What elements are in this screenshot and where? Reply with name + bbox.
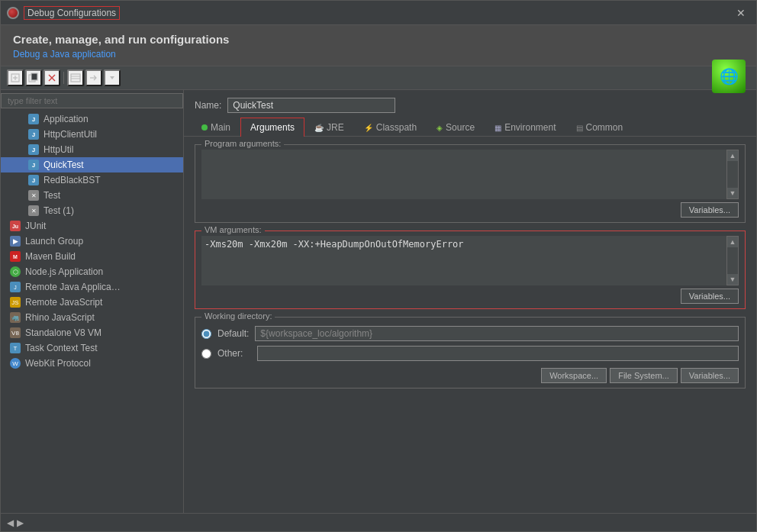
sidebar-item-rhino[interactable]: 🦏 Rhino JavaScript [1, 310, 183, 325]
sidebar-item-webkit[interactable]: W WebKit Protocol [1, 356, 183, 371]
title-bar-left: Debug Configurations [7, 6, 120, 20]
sidebar-item-httputil[interactable]: J HttpUtil [1, 142, 183, 157]
sidebar-item-maven-build[interactable]: M Maven Build [1, 249, 183, 264]
name-row: Name: [184, 90, 756, 118]
vm-scroll-track [727, 247, 738, 274]
remote-java-icon: J [10, 282, 21, 292]
sidebar-item-remote-java[interactable]: J Remote Java Applica… [1, 279, 183, 295]
bottom-bar: ◀ ▶ [1, 513, 756, 531]
java-icon: J [28, 129, 39, 140]
tab-arguments[interactable]: Arguments [240, 118, 304, 137]
sidebar-item-remote-js[interactable]: JS Remote JavaScript [1, 295, 183, 310]
vm-scroll-up-btn[interactable]: ▲ [727, 237, 738, 247]
tab-classpath-label: Classpath [376, 122, 417, 133]
program-args-section: Program arguments: ▲ ▼ Variables... [195, 144, 746, 223]
sidebar-item-junit[interactable]: Ju JUnit [1, 218, 183, 234]
logo-image: 🌐 [712, 60, 746, 93]
rhino-icon: 🦏 [10, 312, 21, 323]
java-icon: J [28, 175, 39, 185]
workspace-btn[interactable]: Workspace... [541, 368, 607, 383]
sidebar-item-task-context[interactable]: T Task Context Test [1, 340, 183, 356]
sidebar-item-label: HttpUtil [43, 144, 73, 155]
default-radio[interactable] [201, 329, 211, 339]
vm-args-scrollbar: ▲ ▼ [726, 236, 739, 285]
program-args-label: Program arguments: [201, 139, 284, 148]
tab-common[interactable]: ▤ Common [566, 118, 633, 137]
filter-button[interactable] [67, 69, 84, 86]
junit-icon: Ju [10, 221, 21, 231]
tab-jre[interactable]: ☕ JRE [304, 118, 354, 137]
sidebar-item-httpclientutil[interactable]: J HttpClientUtil [1, 127, 183, 142]
toolbar [1, 66, 756, 90]
common-icon: ▤ [576, 124, 583, 132]
dir-variables-btn[interactable]: Variables... [681, 368, 739, 383]
title-bar: Debug Configurations ✕ [1, 1, 756, 25]
java-icon: J [28, 144, 39, 155]
vm-args-textarea[interactable]: -Xms20m -Xmx20m -XX:+HeapDumpOnOutOfMemo… [201, 236, 726, 285]
scroll-track [727, 161, 738, 188]
sidebar-item-standalone[interactable]: V8 Standalone V8 VM [1, 325, 183, 340]
copy-config-button[interactable] [25, 69, 42, 86]
sidebar: J Application J HttpClientUtil J HttpUti… [1, 90, 184, 513]
toolbar-divider [63, 72, 64, 84]
scroll-left-btn[interactable]: ◀ [7, 517, 14, 528]
other-radio-label[interactable]: Other: [217, 348, 243, 359]
header-link[interactable]: Debug a Java application [13, 49, 744, 60]
working-dir-label: Working directory: [201, 311, 275, 321]
sidebar-item-label: Standalone V8 VM [25, 327, 101, 338]
classpath-icon: ⚡ [364, 124, 373, 132]
sidebar-item-redblackbst[interactable]: J RedBlackBST [1, 172, 183, 188]
dir-buttons: Workspace... File System... Variables... [201, 368, 739, 383]
svg-rect-4 [31, 73, 37, 80]
name-label: Name: [195, 100, 221, 111]
sidebar-item-label: Task Context Test [25, 343, 98, 353]
scroll-right-btn[interactable]: ▶ [17, 517, 24, 528]
sidebar-item-quicktest[interactable]: J QuickTest [1, 157, 183, 172]
other-radio[interactable] [201, 349, 211, 359]
name-input[interactable] [227, 98, 395, 113]
tab-classpath[interactable]: ⚡ Classpath [354, 118, 427, 137]
tab-environment[interactable]: ▦ Environment [485, 118, 565, 137]
sidebar-item-test1[interactable]: ✕ Test (1) [1, 203, 183, 218]
filesystem-btn[interactable]: File System... [610, 368, 678, 383]
vm-args-section: VM arguments: -Xms20m -Xmx20m -XX:+HeapD… [195, 231, 746, 309]
vm-args-content: -Xms20m -Xmx20m -XX:+HeapDumpOnOutOfMemo… [201, 236, 739, 285]
jre-icon: ☕ [314, 124, 324, 132]
other-dir-input[interactable] [257, 346, 739, 361]
default-radio-label[interactable]: Default: [217, 328, 249, 339]
dropdown-button[interactable] [104, 69, 121, 86]
sidebar-item-label: JUnit [25, 221, 46, 231]
debug-configurations-window: Debug Configurations ✕ Create, manage, a… [0, 0, 757, 532]
default-dir-input[interactable] [255, 326, 739, 341]
program-args-variables-row: Variables... [201, 202, 739, 218]
sidebar-item-nodejs[interactable]: ⬡ Node.js Application [1, 264, 183, 279]
sidebar-item-test[interactable]: ✕ Test [1, 188, 183, 203]
vm-args-variables-btn[interactable]: Variables... [681, 289, 739, 304]
export-button[interactable] [85, 69, 102, 86]
sidebar-item-application[interactable]: J Application [1, 111, 183, 127]
program-args-textarea[interactable] [201, 150, 726, 199]
scroll-up-btn[interactable]: ▲ [727, 150, 738, 161]
close-button[interactable]: ✕ [732, 5, 750, 21]
sidebar-item-label: Test (1) [43, 205, 74, 216]
sidebar-item-label: Application [43, 114, 89, 124]
tab-main[interactable]: Main [192, 118, 240, 137]
tab-source[interactable]: ◈ Source [427, 118, 485, 137]
filter-input[interactable] [1, 93, 183, 108]
program-args-variables-btn[interactable]: Variables... [681, 202, 739, 218]
sidebar-item-label: Remote JavaScript [25, 297, 102, 308]
working-dir-section: Working directory: Default: Other: [195, 317, 746, 389]
new-config-button[interactable] [7, 69, 24, 86]
environment-icon: ▦ [494, 124, 501, 132]
delete-config-button[interactable] [43, 69, 60, 86]
main-content: J Application J HttpClientUtil J HttpUti… [1, 90, 756, 513]
sidebar-item-launch-group[interactable]: ▶ Launch Group [1, 234, 183, 249]
svg-marker-11 [110, 76, 114, 79]
maven-icon: M [10, 251, 21, 262]
source-icon: ◈ [436, 124, 443, 132]
header-title: Create, manage, and run configurations [13, 33, 744, 46]
scroll-down-btn[interactable]: ▼ [727, 188, 738, 198]
launch-icon: ▶ [10, 236, 21, 247]
tab-jre-label: JRE [327, 122, 344, 133]
vm-scroll-down-btn[interactable]: ▼ [727, 274, 738, 285]
